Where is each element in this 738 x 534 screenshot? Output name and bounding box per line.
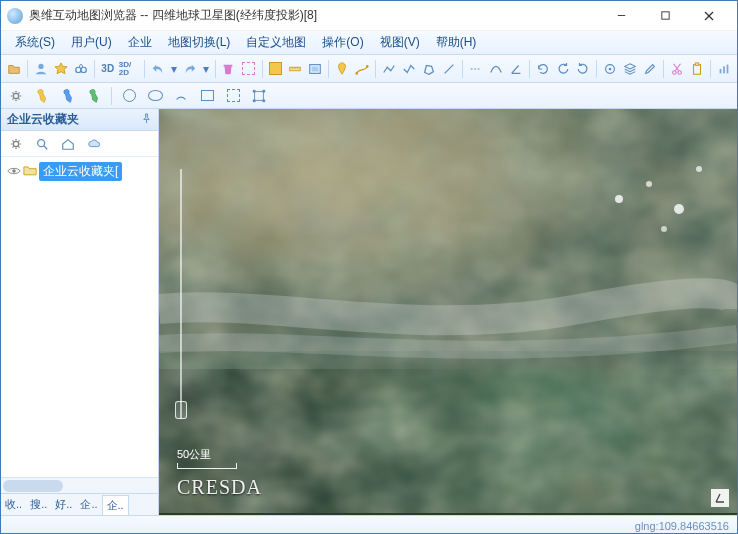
toolbar-redo-dropdown[interactable]: ▾ xyxy=(201,58,211,80)
toolbar-binoculars[interactable] xyxy=(72,58,90,80)
sidebar-gear[interactable] xyxy=(5,133,27,155)
svg-point-32 xyxy=(13,141,18,146)
svg-rect-27 xyxy=(255,91,264,100)
toolbar-redo[interactable] xyxy=(181,58,199,80)
minimize-button[interactable] xyxy=(599,2,643,30)
shape-handles[interactable] xyxy=(248,85,270,107)
toolbar-polyline[interactable] xyxy=(380,58,398,80)
svg-point-40 xyxy=(615,195,623,203)
toolbar-3d[interactable]: 3D xyxy=(99,58,117,80)
sidebar-panel-title-bar: 企业云收藏夹 xyxy=(1,109,158,131)
toolbar-refresh[interactable] xyxy=(534,58,552,80)
sidebar-tab-0[interactable]: 收.. xyxy=(1,495,26,514)
map-view[interactable]: 50公里 CRESDA xyxy=(159,109,737,515)
svg-point-20 xyxy=(678,70,682,74)
sidebar-h-scrollbar[interactable] xyxy=(1,477,158,493)
sidebar-tab-1[interactable]: 搜.. xyxy=(26,495,51,514)
toolbar-rotate-ccw[interactable] xyxy=(554,58,572,80)
tree-root-label: 企业云收藏夹[ xyxy=(39,162,122,181)
status-coord: glng:109.84663516 xyxy=(635,520,729,532)
svg-rect-25 xyxy=(726,64,728,73)
sidebar-panel-title: 企业云收藏夹 xyxy=(7,111,79,128)
eye-icon xyxy=(7,165,21,179)
toolbar-chart[interactable] xyxy=(715,58,733,80)
zoom-slider-track xyxy=(180,169,182,419)
toolbar-line[interactable] xyxy=(440,58,458,80)
toolbar-curve[interactable] xyxy=(487,58,505,80)
sidebar-search[interactable] xyxy=(31,133,53,155)
svg-point-35 xyxy=(12,169,16,173)
menu-user[interactable]: 用户(U) xyxy=(63,32,120,53)
svg-point-41 xyxy=(646,181,652,187)
map-watermark: CRESDA xyxy=(177,476,262,499)
menu-map-switch[interactable]: 地图切换(L) xyxy=(160,32,239,53)
sidebar-home[interactable] xyxy=(57,133,79,155)
sidebar-tab-2[interactable]: 好.. xyxy=(51,495,76,514)
svg-point-14 xyxy=(366,65,369,68)
toolbar-target[interactable] xyxy=(601,58,619,80)
toolbar-star[interactable] xyxy=(52,58,70,80)
scale-bar: 50公里 xyxy=(177,447,237,469)
sidebar-tab-3[interactable]: 企.. xyxy=(76,495,101,514)
toolbar-ruler[interactable] xyxy=(286,58,304,80)
svg-point-18 xyxy=(609,67,612,70)
shape-rect[interactable] xyxy=(196,85,218,107)
menu-help[interactable]: 帮助(H) xyxy=(428,32,485,53)
toolbar-open[interactable] xyxy=(5,58,23,80)
svg-rect-28 xyxy=(253,89,256,92)
tree-root-item[interactable]: 企业云收藏夹[ xyxy=(3,161,156,182)
toolbar-polyline2[interactable] xyxy=(400,58,418,80)
svg-point-4 xyxy=(38,63,43,68)
toolbar-dash-line[interactable] xyxy=(467,58,485,80)
toolbar-layers[interactable] xyxy=(621,58,639,80)
shape-pin-green[interactable] xyxy=(83,85,105,107)
menu-system[interactable]: 系统(S) xyxy=(7,32,63,53)
maximize-button[interactable] xyxy=(643,2,687,30)
sidebar-cloud[interactable] xyxy=(83,133,105,155)
toolbar-select-dashed[interactable] xyxy=(240,58,258,80)
window-buttons xyxy=(599,2,731,30)
shape-circle[interactable] xyxy=(118,85,140,107)
toolbar-undo-dropdown[interactable]: ▾ xyxy=(169,58,179,80)
toolbar-3d2d[interactable]: 3D/ 2D xyxy=(119,58,140,80)
toolbar-edit[interactable] xyxy=(641,58,659,80)
zoom-slider[interactable] xyxy=(173,169,189,419)
toolbar-color[interactable] xyxy=(266,58,284,80)
sidebar-panel-pin[interactable] xyxy=(141,113,152,127)
toolbar-delete[interactable] xyxy=(219,58,237,80)
svg-line-15 xyxy=(445,64,454,73)
toolbar-rotate-cw[interactable] xyxy=(574,58,592,80)
svg-rect-1 xyxy=(661,12,668,19)
favorites-tree[interactable]: 企业云收藏夹[ xyxy=(1,157,158,477)
toolbar-user[interactable] xyxy=(32,58,50,80)
sidebar: 企业云收藏夹 企业云收藏夹[ xyxy=(1,109,159,515)
svg-rect-31 xyxy=(263,99,266,102)
shape-arc[interactable] xyxy=(170,85,192,107)
menu-view[interactable]: 视图(V) xyxy=(372,32,428,53)
shape-selection[interactable] xyxy=(222,85,244,107)
shape-gear[interactable] xyxy=(5,85,27,107)
menu-enterprise[interactable]: 企业 xyxy=(120,32,160,53)
menu-custom-map[interactable]: 自定义地图 xyxy=(238,32,314,53)
svg-rect-30 xyxy=(253,99,256,102)
toolbar-undo[interactable] xyxy=(149,58,167,80)
toolbar-angle[interactable] xyxy=(507,58,525,80)
toolbar-route[interactable] xyxy=(353,58,371,80)
toolbar-cut[interactable] xyxy=(668,58,686,80)
toolbar-clipboard[interactable] xyxy=(688,58,706,80)
svg-point-33 xyxy=(38,139,45,146)
north-arrow-button[interactable] xyxy=(711,489,729,507)
close-button[interactable] xyxy=(687,2,731,30)
menu-operate[interactable]: 操作(O) xyxy=(314,32,371,53)
scrollbar-thumb[interactable] xyxy=(3,480,63,492)
shape-ellipse[interactable] xyxy=(144,85,166,107)
toolbar-pin-marker[interactable] xyxy=(333,58,351,80)
shape-pin-yellow[interactable] xyxy=(31,85,53,107)
toolbar-polygon[interactable] xyxy=(420,58,438,80)
zoom-slider-knob[interactable] xyxy=(175,401,187,419)
window-titlebar: 奥维互动地图浏览器 -- 四维地球卫星图(经纬度投影)[8] xyxy=(1,1,737,31)
sidebar-tab-4[interactable]: 企.. xyxy=(102,495,129,516)
app-icon xyxy=(7,8,23,24)
shape-pin-blue[interactable] xyxy=(57,85,79,107)
toolbar-screenshot[interactable] xyxy=(306,58,324,80)
